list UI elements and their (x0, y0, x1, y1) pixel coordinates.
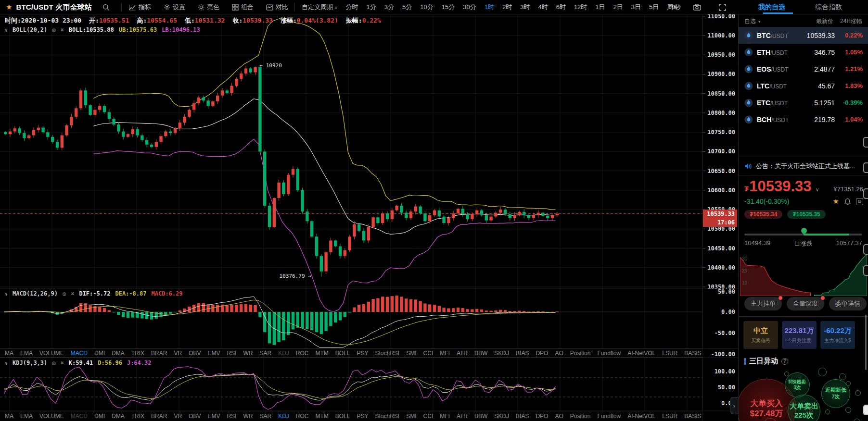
coin-row-bch[interactable]: BCH/USDT219.781.04% (739, 111, 868, 128)
indicator-tab-rsi[interactable]: RSI (227, 350, 236, 357)
indicator-tab-bias[interactable]: BIAS (516, 350, 529, 357)
indicator-tab-obv[interactable]: OBV (189, 350, 201, 357)
sidebar-scrollbar[interactable] (865, 315, 867, 370)
period-4时[interactable]: 4时 (538, 3, 548, 12)
indicator-tab-emv[interactable]: EMV (207, 413, 220, 420)
collapse-chevron-icon[interactable]: ∨ (5, 360, 8, 366)
indicator-tab-position[interactable]: Position (570, 413, 591, 420)
indicator-tab-fundflow[interactable]: Fundflow (597, 350, 621, 357)
floating-tool-icon[interactable] (863, 162, 868, 173)
favorite-star-icon[interactable]: ★ (833, 197, 839, 206)
menu-indicator[interactable]: 指标 (129, 3, 151, 12)
period-30分[interactable]: 30分 (463, 3, 476, 12)
indicator-tab-kdj[interactable]: KDJ (278, 350, 289, 357)
indicator-tab-bbw[interactable]: BBW (474, 413, 487, 420)
indicator-tab-macd[interactable]: MACD (71, 413, 88, 420)
menu-settings[interactable]: 设置 (164, 3, 185, 12)
stat-主力净流入$[interactable]: -60.22万主力净流入$ (820, 321, 855, 349)
period-6时[interactable]: 6时 (556, 3, 566, 12)
announcement-bar[interactable]: 公告：关于火币全球站正式上线基... (744, 159, 864, 174)
indicator-tab-ai-netvol[interactable]: AI-NetVOL (627, 350, 655, 357)
period-10分[interactable]: 10分 (420, 3, 433, 12)
coin-row-eos[interactable]: EOS/USDT2.48771.21% (739, 61, 868, 77)
period-2日[interactable]: 2日 (613, 3, 623, 12)
period-2时[interactable]: 2时 (502, 3, 512, 12)
indicator-tab-dma[interactable]: DMA (112, 350, 125, 357)
sidebar-collapse-handle[interactable]: › (730, 397, 738, 414)
bubble-RSI超卖[interactable]: RSI超卖3次 (785, 372, 810, 397)
indicator-tab-ma[interactable]: MA (5, 350, 13, 357)
coin-row-etc[interactable]: ETC/USDT5.1251-0.39% (739, 94, 868, 111)
macd-settings-icon[interactable]: ◎ (63, 290, 66, 297)
kdj-close-icon[interactable]: × (61, 359, 64, 366)
floating-tool-icon[interactable] (863, 244, 868, 255)
indicator-tab-psy[interactable]: PSY (357, 350, 369, 357)
indicator-tab-psy[interactable]: PSY (357, 413, 369, 420)
favorite-star-icon[interactable]: ★ (6, 3, 12, 12)
indicator-tab-stochrsi[interactable]: StochRSI (375, 413, 400, 420)
button-委单详情[interactable]: 委单详情 (829, 297, 867, 310)
indicator-tab-kdj[interactable]: KDJ (278, 413, 289, 420)
indicator-tab-atr[interactable]: ATR (457, 413, 468, 420)
indicator-tab-lsur[interactable]: LSUR (662, 413, 677, 420)
indicator-tab-cci[interactable]: CCI (423, 413, 434, 420)
indicator-tab-brar[interactable]: BRAR (151, 350, 167, 357)
indicator-tab-ai-netvol[interactable]: AI-NetVOL (627, 413, 655, 420)
floating-tool-icon[interactable] (863, 405, 868, 415)
indicator-tab-roc[interactable]: ROC (296, 413, 309, 420)
screenshot-icon[interactable] (693, 0, 701, 14)
button-主力挂单[interactable]: 主力挂单 (744, 297, 782, 310)
indicator-tab-rsi[interactable]: RSI (227, 413, 236, 420)
indicator-tab-wr[interactable]: WR (243, 413, 253, 420)
indicator-tab-smi[interactable]: SMI (406, 350, 416, 357)
indicator-tab-sar[interactable]: SAR (259, 350, 271, 357)
indicator-tab-smi[interactable]: SMI (406, 413, 416, 420)
boll-settings-icon[interactable]: ◎ (52, 26, 55, 33)
indicator-tab-ma[interactable]: MA (5, 413, 13, 420)
floating-tool-icon[interactable] (863, 265, 868, 276)
indicator-tab-stochrsi[interactable]: StochRSI (375, 350, 400, 357)
period-5日[interactable]: 5日 (649, 3, 659, 12)
indicator-tab-ao[interactable]: AO (555, 350, 563, 357)
indicator-tab-skdj[interactable]: SKDJ (494, 350, 509, 357)
indicator-tab-trix[interactable]: TRIX (131, 350, 144, 357)
help-icon[interactable]: ? (781, 358, 788, 365)
indicator-tab-ao[interactable]: AO (555, 413, 563, 420)
indicator-tab-bias[interactable]: BIAS (516, 413, 529, 420)
period-1日[interactable]: 1日 (595, 3, 605, 12)
indicator-tab-emv[interactable]: EMV (207, 350, 220, 357)
indicator-tab-mfi[interactable]: MFI (440, 350, 450, 357)
indicator-tab-vr[interactable]: VR (174, 350, 182, 357)
period-3日[interactable]: 3日 (631, 3, 641, 12)
menu-compare[interactable]: 对比 (266, 3, 288, 12)
bubble-大单卖出[interactable]: 大单卖出225次 (788, 395, 820, 421)
floating-tool-icon[interactable] (863, 188, 868, 199)
period-1时[interactable]: 1时 (485, 3, 494, 12)
period-分时[interactable]: 分时 (346, 3, 358, 12)
indicator-tab-atr[interactable]: ATR (457, 350, 468, 357)
b-badge-icon[interactable]: B (856, 198, 863, 205)
collapse-chevron-icon[interactable]: ∨ (5, 27, 8, 33)
period-1分[interactable]: 1分 (367, 3, 376, 12)
indicator-tab-bbw[interactable]: BBW (474, 350, 487, 357)
indicator-tab-roc[interactable]: ROC (296, 350, 309, 357)
indicator-tab-ema[interactable]: EMA (20, 350, 33, 357)
indicator-tab-basis[interactable]: BASIS (684, 413, 701, 420)
indicator-tab-dmi[interactable]: DMI (94, 413, 105, 420)
macd-close-icon[interactable]: × (71, 290, 74, 297)
period-15分[interactable]: 15分 (442, 3, 455, 12)
indicator-tab-lsur[interactable]: LSUR (662, 350, 677, 357)
search-icon[interactable] (102, 4, 110, 11)
indicator-tab-macd[interactable]: MACD (71, 350, 88, 357)
indicator-tab-mfi[interactable]: MFI (440, 413, 450, 420)
collapse-chevron-icon[interactable]: ∨ (5, 291, 8, 297)
floating-tool-icon[interactable] (863, 137, 868, 148)
indicator-tab-sar[interactable]: SAR (259, 413, 271, 420)
candlestick-chart[interactable]: 11050.0011000.0010950.0010900.0010850.00… (0, 0, 738, 421)
indicator-tab-trix[interactable]: TRIX (131, 413, 144, 420)
coin-row-eth[interactable]: ETH/USDT346.751.05% (739, 44, 868, 61)
indicator-tab-dma[interactable]: DMA (112, 413, 125, 420)
indicator-tab-boll[interactable]: BOLL (335, 413, 350, 420)
indicator-tab-mtm[interactable]: MTM (315, 413, 328, 420)
stat-今日关注度[interactable]: 223.81万今日关注度 (782, 321, 817, 349)
